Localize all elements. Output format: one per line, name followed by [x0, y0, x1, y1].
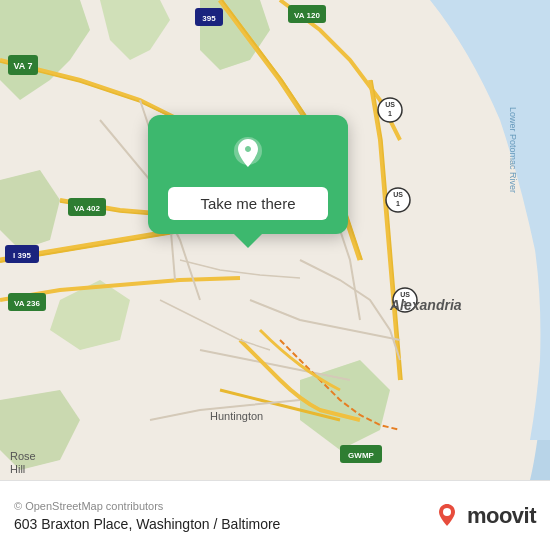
- svg-text:Alexandria: Alexandria: [389, 297, 462, 313]
- location-name: 603 Braxton Place, Washington / Baltimor…: [14, 516, 280, 532]
- footer-left: © OpenStreetMap contributors 603 Braxton…: [14, 500, 280, 532]
- osm-credit: © OpenStreetMap contributors: [14, 500, 280, 512]
- take-me-there-button[interactable]: Take me there: [168, 187, 328, 220]
- footer: © OpenStreetMap contributors 603 Braxton…: [0, 480, 550, 550]
- svg-text:Huntington: Huntington: [210, 410, 263, 422]
- moovit-logo: moovit: [433, 502, 536, 530]
- moovit-brand-icon: [433, 502, 461, 530]
- svg-text:1: 1: [396, 200, 400, 207]
- moovit-brand-text: moovit: [467, 503, 536, 529]
- location-pin-icon: [226, 133, 270, 177]
- svg-text:US: US: [385, 101, 395, 108]
- svg-text:GWMP: GWMP: [348, 451, 374, 460]
- svg-text:Lower Potomac River: Lower Potomac River: [508, 107, 518, 193]
- svg-text:US: US: [393, 191, 403, 198]
- svg-text:I 395: I 395: [13, 251, 31, 260]
- svg-point-31: [443, 508, 451, 516]
- svg-text:Hill: Hill: [10, 463, 25, 475]
- popup-card: Take me there: [148, 115, 348, 234]
- svg-text:VA 7: VA 7: [13, 61, 32, 71]
- svg-text:395: 395: [202, 14, 216, 23]
- svg-text:Rose: Rose: [10, 450, 36, 462]
- svg-text:VA 236: VA 236: [14, 299, 40, 308]
- svg-text:VA 120: VA 120: [294, 11, 320, 20]
- svg-text:1: 1: [388, 110, 392, 117]
- map-container: VA 7 395 I 395 VA 120 US 1 US 1 US 1 VA …: [0, 0, 550, 480]
- svg-text:VA 402: VA 402: [74, 204, 100, 213]
